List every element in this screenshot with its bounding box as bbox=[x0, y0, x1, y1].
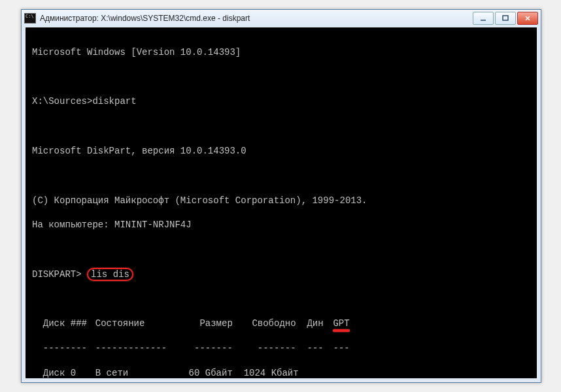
hdr-state: Состояние bbox=[95, 318, 180, 330]
diskpart-version: Microsoft DiskPart, версия 10.0.14393.0 bbox=[32, 145, 530, 157]
minimize-button[interactable] bbox=[473, 12, 494, 25]
maximize-button[interactable] bbox=[495, 12, 516, 25]
header-line: Microsoft Windows [Version 10.0.14393] bbox=[32, 46, 530, 59]
hdr-disk: Диск ### bbox=[43, 318, 95, 330]
cell-state: В сети bbox=[95, 367, 180, 378]
dp-prompt: DISKPART> bbox=[32, 269, 82, 280]
hdr-free: Свободно bbox=[244, 318, 296, 330]
table-row: Диск 0В сети60 Gбайт 1024 Kбайт bbox=[32, 367, 530, 378]
copyright: (C) Корпорация Майкрософт (Microsoft Cor… bbox=[32, 195, 530, 207]
entered-command: lis dis bbox=[87, 268, 133, 281]
title-text: Администратор: X:\windows\SYSTEM32\cmd.e… bbox=[40, 14, 473, 23]
computer-line: На компьютере: MININT-NRJNF4J bbox=[32, 219, 530, 231]
maximize-icon bbox=[502, 14, 509, 22]
hdr-size: Размер bbox=[180, 318, 233, 330]
table-header-row: Диск ###СостояниеРазмер Свободно ДинGPT bbox=[32, 318, 530, 330]
hdr-gpt: GPT bbox=[333, 318, 349, 330]
close-button[interactable] bbox=[517, 12, 538, 25]
terminal-area[interactable]: Microsoft Windows [Version 10.0.14393] X… bbox=[26, 27, 537, 378]
minimize-icon bbox=[479, 14, 487, 22]
prompt-line: X:\Sources>diskpart bbox=[32, 95, 530, 108]
cell-disk: Диск 0 bbox=[43, 367, 95, 378]
cmd-icon bbox=[24, 13, 36, 24]
window-buttons bbox=[473, 12, 538, 25]
cell-free: 1024 Kбайт bbox=[244, 367, 296, 378]
cell-size: 60 Gбайт bbox=[180, 367, 233, 378]
table-divider-row: ---------------------------- ------- ---… bbox=[32, 342, 530, 355]
svg-rect-0 bbox=[503, 16, 508, 20]
window-frame: Администратор: X:\windows\SYSTEM32\cmd.e… bbox=[21, 9, 541, 383]
dp-command-line: DISKPART> lis dis bbox=[32, 269, 530, 281]
hdr-dyn: Дин bbox=[307, 318, 333, 330]
titlebar[interactable]: Администратор: X:\windows\SYSTEM32\cmd.e… bbox=[22, 10, 541, 27]
close-icon bbox=[524, 14, 532, 22]
